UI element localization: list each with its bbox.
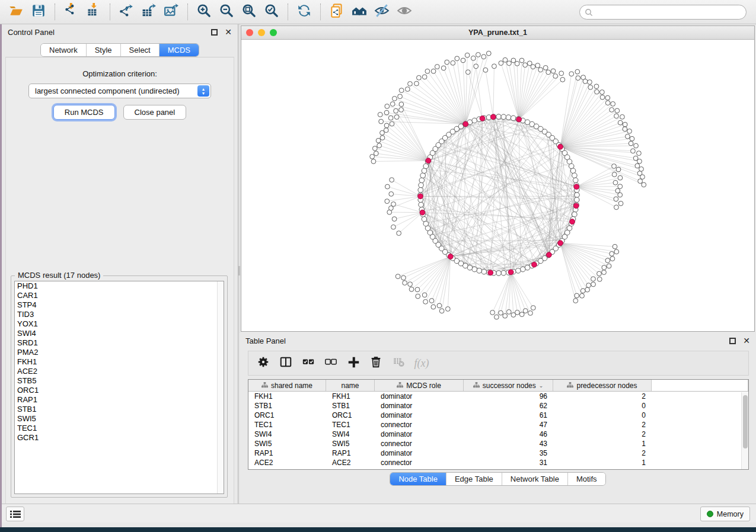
table-tab-node-table[interactable]: Node Table xyxy=(390,473,446,485)
table-panel-titlebar: Table Panel ✕ xyxy=(240,333,756,348)
gear-button[interactable] xyxy=(254,354,272,372)
zoom-selected-button[interactable] xyxy=(261,2,282,21)
mcds-result-item[interactable]: STB1 xyxy=(15,405,224,414)
columns-button[interactable] xyxy=(277,354,295,372)
desktop-edge xyxy=(0,24,2,527)
open-button[interactable] xyxy=(6,2,26,21)
mcds-list-scrollbar[interactable] xyxy=(217,281,224,493)
close-panel-icon[interactable]: ✕ xyxy=(225,29,232,36)
columns-icon xyxy=(279,355,292,371)
mcds-result-item[interactable]: SWI4 xyxy=(15,329,224,338)
table-tab-network-table[interactable]: Network Table xyxy=(502,473,568,485)
import-table-button[interactable] xyxy=(84,2,104,21)
cell-predecessor_nodes: 2 xyxy=(553,449,652,457)
cell-name: SWI5 xyxy=(326,440,375,448)
table-tab-motifs[interactable]: Motifs xyxy=(568,473,605,485)
mcds-result-item[interactable]: SRD1 xyxy=(15,338,224,348)
export-image-button[interactable] xyxy=(161,2,181,21)
memory-button[interactable]: Memory xyxy=(700,507,750,521)
run-mcds-button[interactable]: Run MCDS xyxy=(53,105,115,120)
mcds-result-item[interactable]: FKH1 xyxy=(15,357,224,367)
table-scrollbar-thumb[interactable] xyxy=(743,395,748,448)
delete-button[interactable] xyxy=(367,354,385,372)
mcds-result-item[interactable]: ORC1 xyxy=(15,386,224,395)
search-box[interactable] xyxy=(579,5,747,20)
export-network-button[interactable] xyxy=(116,2,136,21)
select-all-button[interactable] xyxy=(299,354,317,372)
table-row[interactable]: YOX1YOX1connector291 xyxy=(248,467,748,470)
add-button[interactable] xyxy=(344,354,362,372)
mcds-result-list[interactable]: PHD1CAR1STP4TID3YOX1SWI4SRD1PMA2FKH1ACE2… xyxy=(14,281,224,494)
table-row[interactable]: RAP1RAP1dominator352 xyxy=(248,448,748,458)
network-graph[interactable] xyxy=(241,40,754,331)
panel-selector-button[interactable] xyxy=(6,507,24,521)
gear-icon xyxy=(257,355,270,371)
cell-predecessor_nodes: 2 xyxy=(553,430,652,438)
table-close-panel-icon[interactable]: ✕ xyxy=(743,338,750,344)
toolbar-separator xyxy=(288,4,288,20)
criterion-dropdown[interactable]: largest connected component (undirected)… xyxy=(28,84,211,98)
zoom-in-button[interactable] xyxy=(194,2,214,21)
mcds-result-item[interactable]: TEC1 xyxy=(15,424,224,433)
table-row[interactable]: SWI4SWI4dominator462 xyxy=(248,430,748,439)
mcds-result-item[interactable]: RAP1 xyxy=(15,395,224,405)
first-neighbors-button[interactable] xyxy=(349,2,369,21)
table-row[interactable]: ORC1ORC1dominator610 xyxy=(248,411,748,420)
tab-network[interactable]: Network xyxy=(41,44,87,56)
mcds-result-item[interactable]: YOX1 xyxy=(15,319,224,329)
cell-mcds_role: dominator xyxy=(375,392,464,400)
tab-style[interactable]: Style xyxy=(87,44,121,56)
mcds-result-item[interactable]: PMA2 xyxy=(15,348,224,357)
new-network-from-selection-button[interactable] xyxy=(327,2,347,21)
mcds-result-item[interactable]: GCR1 xyxy=(15,433,224,443)
table-row[interactable]: FKH1FKH1dominator962 xyxy=(248,392,748,401)
search-input[interactable] xyxy=(593,6,746,18)
column-header-shared-name[interactable]: shared name xyxy=(248,380,326,391)
first-neighbors-icon xyxy=(352,3,367,21)
column-header-MCDS-role[interactable]: MCDS role xyxy=(375,380,464,391)
table-scrollbar[interactable] xyxy=(741,392,748,469)
column-header-successor-nodes[interactable]: successor nodes⌄ xyxy=(464,380,553,391)
table-row[interactable]: TEC1TEC1connector472 xyxy=(248,420,748,430)
table-float-window-icon[interactable] xyxy=(729,338,736,344)
refresh-button[interactable] xyxy=(294,2,314,21)
show-all-button[interactable] xyxy=(394,2,414,21)
mcds-result-item[interactable]: TID3 xyxy=(15,310,224,319)
column-type-icon xyxy=(261,382,268,390)
show-all-icon xyxy=(397,3,412,21)
mcds-result-item[interactable]: CAR1 xyxy=(15,291,224,300)
toolbar-separator xyxy=(110,4,110,20)
import-network-button[interactable] xyxy=(61,2,81,21)
table-row[interactable]: SWI5SWI5connector431 xyxy=(248,439,748,448)
control-panel-title: Control Panel xyxy=(8,28,55,37)
column-label: shared name xyxy=(271,382,312,390)
table-row[interactable]: ACE2ACE2connector311 xyxy=(248,458,748,467)
tab-mcds[interactable]: MCDS xyxy=(160,44,199,56)
mcds-result-item[interactable]: ACE2 xyxy=(15,367,224,376)
export-table-button[interactable] xyxy=(139,2,159,21)
zoom-out-button[interactable] xyxy=(216,2,237,21)
float-window-icon[interactable] xyxy=(211,29,218,36)
network-window-titlebar[interactable]: YPA_prune.txt_1 xyxy=(241,26,754,40)
splitter-grip[interactable] xyxy=(238,266,240,275)
cell-shared_name: YOX1 xyxy=(248,468,326,470)
hide-selected-button[interactable] xyxy=(372,2,392,21)
cell-successor_nodes: 35 xyxy=(464,449,553,457)
cell-mcds_role: connector xyxy=(375,421,464,429)
mcds-result-item[interactable]: STB5 xyxy=(15,376,224,386)
save-button[interactable] xyxy=(28,2,49,21)
deselect-all-button[interactable] xyxy=(322,354,340,372)
tab-select[interactable]: Select xyxy=(121,44,160,56)
mcds-result-item[interactable]: SWI5 xyxy=(15,414,224,424)
table-tab-edge-table[interactable]: Edge Table xyxy=(446,473,502,485)
cell-mcds_role: connector xyxy=(375,459,464,467)
column-header-name[interactable]: name xyxy=(326,380,375,391)
mcds-result-item[interactable]: PHD1 xyxy=(15,281,224,291)
network-window: YPA_prune.txt_1 xyxy=(241,25,755,332)
zoom-fit-button[interactable] xyxy=(239,2,259,21)
network-canvas[interactable] xyxy=(241,40,754,331)
mcds-result-item[interactable]: STP4 xyxy=(15,300,224,310)
table-row[interactable]: STB1STB1dominator620 xyxy=(248,401,748,411)
column-header-predecessor-nodes[interactable]: predecessor nodes xyxy=(553,380,652,391)
close-panel-button[interactable]: Close panel xyxy=(123,105,187,120)
